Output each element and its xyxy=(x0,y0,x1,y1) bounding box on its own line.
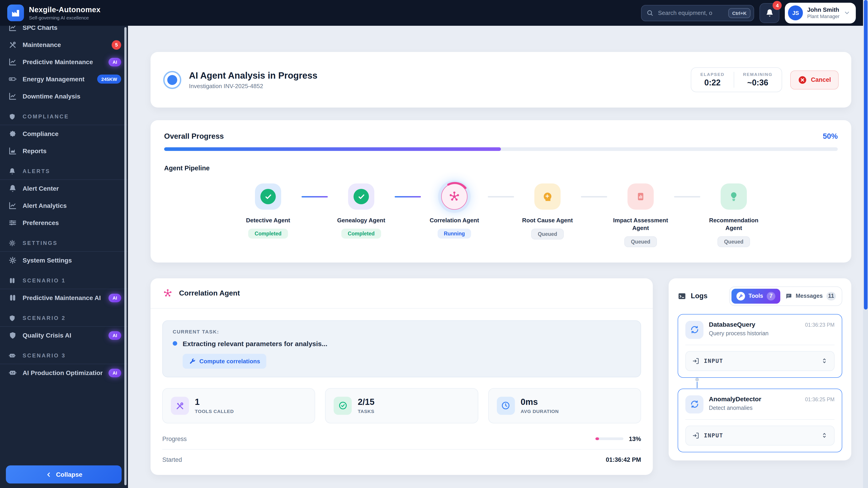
sidebar-item-predictive-maintenance-ai[interactable]: Predictive Maintenance AI AI xyxy=(0,289,127,306)
wrench-icon xyxy=(736,292,745,300)
app-title: Nexgile-Autonomex xyxy=(29,5,101,14)
agent-pipeline-title: Agent Pipeline xyxy=(164,164,838,172)
log-in-icon xyxy=(692,357,700,365)
started-time: 01:36:42 PM xyxy=(606,456,641,463)
chart-area-icon xyxy=(8,147,17,155)
pipeline-connector xyxy=(674,196,700,197)
logs-title: Logs xyxy=(691,292,708,300)
chart-line-icon xyxy=(8,58,17,66)
chevrons-up-down-icon xyxy=(821,358,828,364)
bell-icon xyxy=(765,8,774,17)
page-scrollbar[interactable] xyxy=(863,0,868,488)
elapsed-label: ELAPSED xyxy=(701,72,725,77)
sidebar-item-alert-analytics[interactable]: Alert Analytics xyxy=(0,197,127,214)
pipeline-agent-detective[interactable]: Detective Agent Completed xyxy=(235,184,302,238)
investigation-id: Investigation INV-2025-4852 xyxy=(189,83,317,89)
robot-icon xyxy=(8,352,17,360)
page-scrollbar-thumb[interactable] xyxy=(864,0,867,310)
agent-pipeline: Detective Agent Completed Genealogy Agen… xyxy=(164,184,838,247)
terminal-icon xyxy=(678,292,686,300)
current-task-label: CURRENT TASK: xyxy=(173,329,631,334)
robot-icon xyxy=(8,369,17,377)
avatar: JS xyxy=(788,5,803,20)
sidebar-item-predictive-maintenance[interactable]: Predictive Maintenance AI xyxy=(0,53,127,70)
sidebar-item-reports[interactable]: Reports xyxy=(0,142,127,160)
cancel-button[interactable]: Cancel xyxy=(790,70,839,89)
sidebar-section-settings: SETTINGS xyxy=(0,235,127,252)
overall-progress-bar xyxy=(164,147,838,151)
tools-icon xyxy=(171,397,189,415)
shield-icon xyxy=(8,314,17,322)
notification-count-badge: 4 xyxy=(773,1,782,10)
chevron-down-icon xyxy=(844,9,850,16)
sidebar-item-quality-crisis-ai[interactable]: Quality Crisis AI AI xyxy=(0,327,127,344)
sidebar: SPC Charts Maintenance 5 Predictive Main… xyxy=(0,26,128,488)
sidebar-section-alerts: ALERTS xyxy=(0,163,127,180)
tab-tools[interactable]: Tools 7 xyxy=(731,289,780,304)
stat-tools-called: 1 TOOLS CALLED xyxy=(162,388,315,423)
sidebar-scrollbar[interactable] xyxy=(124,27,127,485)
pipeline-connector xyxy=(488,196,514,197)
chart-line-icon xyxy=(8,26,17,32)
input-section-toggle[interactable]: INPUT xyxy=(685,426,835,446)
message-square-icon xyxy=(785,293,792,300)
pipeline-agent-genealogy[interactable]: Genealogy Agent Completed xyxy=(328,184,395,238)
spinner-arc xyxy=(439,181,471,213)
tab-messages[interactable]: Messages 11 xyxy=(781,289,840,304)
sidebar-item-ai-production-optimization[interactable]: AI Production Optimization AI xyxy=(0,364,127,381)
status-badge: Completed xyxy=(248,229,288,238)
agent-progress-label: Progress xyxy=(162,435,187,442)
notifications-button[interactable]: 4 xyxy=(760,3,780,23)
kw-badge: 245KW xyxy=(97,74,121,84)
pipeline-agent-root-cause[interactable]: Root Cause Agent Queued xyxy=(514,184,581,239)
main-content: AI Agent Analysis in Progress Investigat… xyxy=(128,26,863,488)
overall-progress-fill xyxy=(164,147,501,151)
ai-badge: AI xyxy=(108,58,121,66)
sidebar-item-preferences[interactable]: Preferences xyxy=(0,214,127,231)
brand: Nexgile-Autonomex Self-governing AI exce… xyxy=(7,4,101,21)
wrench-icon xyxy=(189,358,196,365)
search-icon xyxy=(647,9,653,16)
page-title: AI Agent Analysis in Progress xyxy=(189,70,317,80)
chart-line-icon xyxy=(8,201,17,210)
activity-dot xyxy=(173,341,177,346)
log-entry-anomalydetector[interactable]: AnomalyDetector Detect anomalies 01:36:2… xyxy=(678,389,842,452)
collapse-sidebar-button[interactable]: Collapse xyxy=(6,465,122,484)
stat-avg-duration: 0ms AVG DURATION xyxy=(488,388,641,423)
sidebar-item-compliance[interactable]: Compliance xyxy=(0,125,127,142)
sidebar-item-spc-charts[interactable]: SPC Charts xyxy=(0,26,127,36)
user-menu[interactable]: JS John Smith Plant Manager xyxy=(785,2,856,23)
log-in-icon xyxy=(692,432,700,439)
search-input[interactable] xyxy=(657,9,725,17)
tools-icon xyxy=(8,41,17,49)
sidebar-item-downtime-analysis[interactable]: Downtime Analysis xyxy=(0,88,127,105)
count-badge: 5 xyxy=(112,40,121,50)
lightbulb-icon xyxy=(728,191,740,202)
sidebar-section-scenario-2: SCENARIO 2 xyxy=(0,310,127,327)
log-entry-databasequery[interactable]: DatabaseQuery Query process historian 01… xyxy=(678,314,842,378)
pipeline-agent-recommendation[interactable]: Recommendation Agent Queued xyxy=(700,184,767,247)
input-section-toggle[interactable]: INPUT xyxy=(685,351,835,371)
ai-badge: AI xyxy=(108,293,121,302)
brain-icon xyxy=(8,276,17,285)
log-connector xyxy=(695,378,700,389)
factory-icon xyxy=(11,8,20,18)
search-bar[interactable]: Ctrl+K xyxy=(641,5,754,21)
sidebar-item-alert-center[interactable]: Alert Center xyxy=(0,180,127,197)
compute-correlations-chip[interactable]: Compute correlations xyxy=(183,354,267,369)
log-timestamp: 01:36:25 PM xyxy=(805,395,835,402)
shield-icon xyxy=(8,112,17,121)
brain-icon xyxy=(8,294,17,302)
pipeline-agent-impact-assessment[interactable]: Impact Assessment Agent Queued xyxy=(607,184,674,247)
pipeline-agent-correlation[interactable]: Correlation Agent Running xyxy=(421,184,488,238)
timer-box: ELAPSED 0:22 REMAINING ~0:36 xyxy=(691,67,782,92)
sidebar-item-energy-management[interactable]: Energy Management 245KW xyxy=(0,70,127,88)
chevrons-up-down-icon xyxy=(821,432,828,439)
sidebar-item-maintenance[interactable]: Maintenance 5 xyxy=(0,36,127,53)
status-badge: Queued xyxy=(624,236,657,247)
app-root: Nexgile-Autonomex Self-governing AI exce… xyxy=(0,0,868,488)
overall-progress-card: Overall Progress 50% Agent Pipeline Dete… xyxy=(151,120,851,263)
analysis-header-card: AI Agent Analysis in Progress Investigat… xyxy=(151,52,851,107)
sidebar-item-system-settings[interactable]: System Settings xyxy=(0,252,127,269)
logs-tab-group: Tools 7 Messages 11 xyxy=(729,287,842,306)
